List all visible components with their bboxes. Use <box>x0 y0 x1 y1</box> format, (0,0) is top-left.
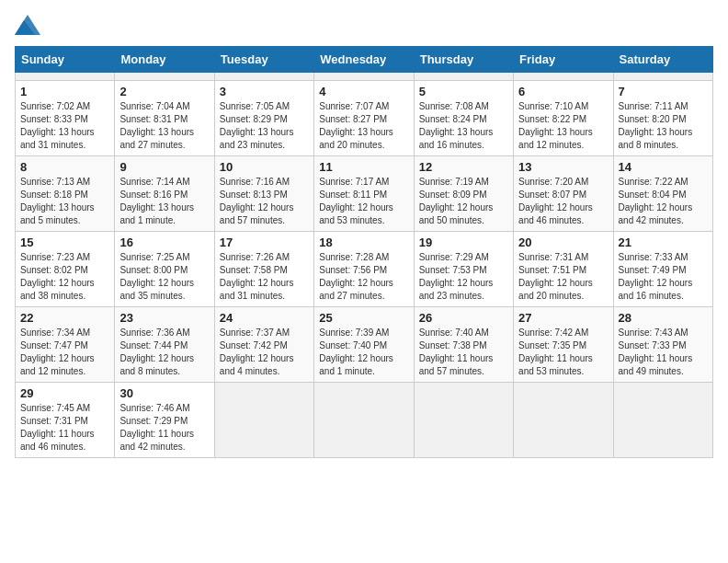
sunset-text: Sunset: 8:16 PM <box>119 190 188 200</box>
calendar-cell: 26Sunrise: 7:40 AMSunset: 7:38 PMDayligh… <box>414 307 513 383</box>
calendar-cell: 11Sunrise: 7:17 AMSunset: 8:11 PMDayligh… <box>314 156 414 232</box>
daylight-text: Daylight: 13 hours and 20 minutes. <box>319 127 393 150</box>
sunrise-text: Sunrise: 7:36 AM <box>119 327 189 338</box>
day-number: 17 <box>220 236 309 249</box>
sunrise-text: Sunrise: 7:17 AM <box>319 177 389 187</box>
calendar-cell: 18Sunrise: 7:28 AMSunset: 7:56 PMDayligh… <box>314 232 414 307</box>
day-number: 11 <box>319 160 408 174</box>
sunrise-text: Sunrise: 7:28 AM <box>319 252 389 262</box>
day-number: 24 <box>220 311 309 325</box>
calendar-cell: 6Sunrise: 7:10 AMSunset: 8:22 PMDaylight… <box>514 81 613 156</box>
sunrise-text: Sunrise: 7:40 AM <box>419 327 489 338</box>
calendar-week-row: 29Sunrise: 7:45 AMSunset: 7:31 PMDayligh… <box>16 383 713 458</box>
daylight-text: Daylight: 12 hours and 31 minutes. <box>220 278 294 301</box>
sunrise-text: Sunrise: 7:39 AM <box>319 327 389 338</box>
daylight-text: Daylight: 13 hours and 12 minutes. <box>518 127 593 150</box>
daylight-text: Daylight: 13 hours and 1 minute. <box>119 202 194 225</box>
calendar-cell <box>414 73 513 81</box>
logo <box>15 15 44 35</box>
calendar-cell: 10Sunrise: 7:16 AMSunset: 8:13 PMDayligh… <box>214 156 313 232</box>
sunrise-text: Sunrise: 7:08 AM <box>419 101 489 111</box>
calendar-cell: 23Sunrise: 7:36 AMSunset: 7:44 PMDayligh… <box>115 307 214 383</box>
cell-info: Sunrise: 7:11 AMSunset: 8:20 PMDaylight:… <box>619 100 708 152</box>
day-number: 8 <box>20 160 109 174</box>
daylight-text: Daylight: 11 hours and 49 minutes. <box>619 353 693 376</box>
day-number: 20 <box>518 236 608 249</box>
cell-info: Sunrise: 7:39 AMSunset: 7:40 PMDaylight:… <box>319 327 408 378</box>
day-number: 23 <box>119 311 209 325</box>
cell-info: Sunrise: 7:02 AMSunset: 8:33 PMDaylight:… <box>20 100 109 152</box>
page-header <box>15 15 713 35</box>
day-number: 19 <box>419 236 508 249</box>
daylight-text: Daylight: 12 hours and 1 minute. <box>319 353 393 376</box>
day-number: 9 <box>119 160 209 174</box>
sunrise-text: Sunrise: 7:34 AM <box>20 327 90 338</box>
sunset-text: Sunset: 8:09 PM <box>419 190 487 200</box>
calendar-week-row <box>16 73 713 81</box>
day-number: 4 <box>319 85 408 98</box>
daylight-text: Daylight: 13 hours and 5 minutes. <box>20 202 95 225</box>
calendar-cell <box>16 73 115 81</box>
cell-info: Sunrise: 7:28 AMSunset: 7:56 PMDaylight:… <box>319 251 408 303</box>
calendar-cell: 21Sunrise: 7:33 AMSunset: 7:49 PMDayligh… <box>613 232 712 307</box>
calendar-week-row: 8Sunrise: 7:13 AMSunset: 8:18 PMDaylight… <box>16 156 713 232</box>
sunrise-text: Sunrise: 7:22 AM <box>619 177 688 187</box>
daylight-text: Daylight: 12 hours and 27 minutes. <box>319 278 393 301</box>
cell-info: Sunrise: 7:08 AMSunset: 8:24 PMDaylight:… <box>419 100 508 152</box>
calendar-cell: 22Sunrise: 7:34 AMSunset: 7:47 PMDayligh… <box>16 307 115 383</box>
sunset-text: Sunset: 7:31 PM <box>20 416 88 426</box>
cell-info: Sunrise: 7:19 AMSunset: 8:09 PMDaylight:… <box>419 176 508 227</box>
daylight-text: Daylight: 12 hours and 50 minutes. <box>419 202 494 225</box>
calendar-cell <box>514 383 613 458</box>
day-number: 5 <box>419 85 508 98</box>
sunset-text: Sunset: 8:33 PM <box>20 114 88 124</box>
daylight-text: Daylight: 11 hours and 57 minutes. <box>419 353 494 376</box>
daylight-text: Daylight: 11 hours and 53 minutes. <box>518 353 593 376</box>
calendar-cell: 8Sunrise: 7:13 AMSunset: 8:18 PMDaylight… <box>16 156 115 232</box>
cell-info: Sunrise: 7:37 AMSunset: 7:42 PMDaylight:… <box>220 327 309 378</box>
day-number: 2 <box>119 85 209 98</box>
calendar-cell: 5Sunrise: 7:08 AMSunset: 8:24 PMDaylight… <box>414 81 513 156</box>
sunset-text: Sunset: 8:20 PM <box>619 114 687 124</box>
day-number: 27 <box>518 311 608 325</box>
sunset-text: Sunset: 7:42 PM <box>220 340 288 350</box>
sunset-text: Sunset: 8:04 PM <box>619 190 687 200</box>
calendar-cell: 24Sunrise: 7:37 AMSunset: 7:42 PMDayligh… <box>214 307 313 383</box>
calendar-cell: 29Sunrise: 7:45 AMSunset: 7:31 PMDayligh… <box>16 383 115 458</box>
day-number: 30 <box>119 386 209 400</box>
day-number: 16 <box>119 236 209 249</box>
day-number: 29 <box>20 386 109 400</box>
cell-info: Sunrise: 7:22 AMSunset: 8:04 PMDaylight:… <box>619 176 708 227</box>
day-number: 28 <box>619 311 708 325</box>
sunset-text: Sunset: 8:18 PM <box>20 190 88 200</box>
calendar-cell: 14Sunrise: 7:22 AMSunset: 8:04 PMDayligh… <box>613 156 712 232</box>
calendar-cell: 28Sunrise: 7:43 AMSunset: 7:33 PMDayligh… <box>613 307 712 383</box>
sunrise-text: Sunrise: 7:16 AM <box>220 177 290 187</box>
calendar-cell: 27Sunrise: 7:42 AMSunset: 7:35 PMDayligh… <box>514 307 613 383</box>
sunrise-text: Sunrise: 7:43 AM <box>619 327 688 338</box>
calendar-cell: 4Sunrise: 7:07 AMSunset: 8:27 PMDaylight… <box>314 81 414 156</box>
calendar-cell: 16Sunrise: 7:25 AMSunset: 8:00 PMDayligh… <box>115 232 214 307</box>
weekday-header: Thursday <box>414 47 513 73</box>
day-number: 6 <box>518 85 608 98</box>
sunrise-text: Sunrise: 7:26 AM <box>220 252 290 262</box>
cell-info: Sunrise: 7:45 AMSunset: 7:31 PMDaylight:… <box>20 402 109 454</box>
sunset-text: Sunset: 7:35 PM <box>518 340 586 350</box>
calendar-cell: 15Sunrise: 7:23 AMSunset: 8:02 PMDayligh… <box>16 232 115 307</box>
sunrise-text: Sunrise: 7:37 AM <box>220 327 290 338</box>
calendar-cell <box>214 383 313 458</box>
cell-info: Sunrise: 7:14 AMSunset: 8:16 PMDaylight:… <box>119 176 209 227</box>
cell-info: Sunrise: 7:26 AMSunset: 7:58 PMDaylight:… <box>220 251 309 303</box>
daylight-text: Daylight: 13 hours and 23 minutes. <box>220 127 294 150</box>
sunset-text: Sunset: 8:11 PM <box>319 190 387 200</box>
sunset-text: Sunset: 8:07 PM <box>518 190 586 200</box>
day-number: 7 <box>619 85 708 98</box>
cell-info: Sunrise: 7:10 AMSunset: 8:22 PMDaylight:… <box>518 100 608 152</box>
day-number: 3 <box>220 85 309 98</box>
cell-info: Sunrise: 7:25 AMSunset: 8:00 PMDaylight:… <box>119 251 209 303</box>
sunset-text: Sunset: 8:13 PM <box>220 190 288 200</box>
calendar-week-row: 15Sunrise: 7:23 AMSunset: 8:02 PMDayligh… <box>16 232 713 307</box>
cell-info: Sunrise: 7:07 AMSunset: 8:27 PMDaylight:… <box>319 100 408 152</box>
cell-info: Sunrise: 7:33 AMSunset: 7:49 PMDaylight:… <box>619 251 708 303</box>
calendar-cell: 7Sunrise: 7:11 AMSunset: 8:20 PMDaylight… <box>613 81 712 156</box>
